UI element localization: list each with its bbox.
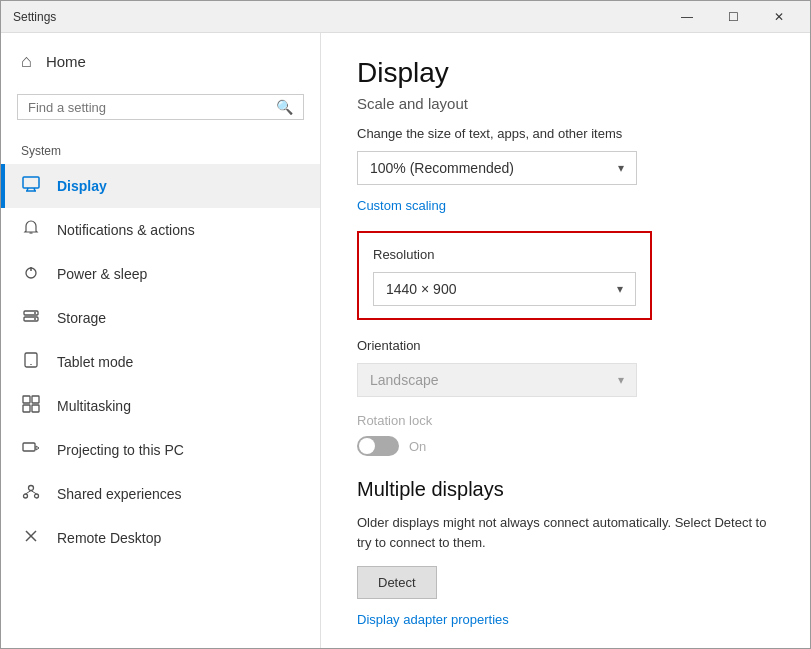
home-nav-item[interactable]: ⌂ Home: [1, 33, 320, 90]
sidebar-notifications-label: Notifications & actions: [57, 222, 195, 238]
sidebar-item-shared[interactable]: Shared experiences: [1, 472, 320, 516]
svg-point-9: [34, 312, 36, 314]
svg-rect-13: [23, 396, 30, 403]
svg-line-21: [26, 491, 32, 495]
orientation-label: Orientation: [357, 338, 774, 353]
multitasking-icon: [21, 395, 41, 417]
sidebar-item-storage[interactable]: Storage: [1, 296, 320, 340]
sidebar-item-projecting[interactable]: Projecting to this PC: [1, 428, 320, 472]
resolution-label: Resolution: [373, 247, 636, 262]
search-input[interactable]: [28, 100, 276, 115]
orientation-arrow: ▾: [618, 373, 624, 387]
sidebar-power-label: Power & sleep: [57, 266, 147, 282]
svg-rect-17: [23, 443, 35, 451]
sidebar: ⌂ Home 🔍 System Display: [1, 33, 321, 648]
shared-icon: [21, 483, 41, 505]
close-button[interactable]: ✕: [756, 1, 802, 33]
tablet-icon: [21, 351, 41, 373]
sidebar-item-notifications[interactable]: Notifications & actions: [1, 208, 320, 252]
svg-point-10: [34, 318, 36, 320]
svg-point-19: [24, 494, 28, 498]
sidebar-item-multitasking[interactable]: Multitasking: [1, 384, 320, 428]
titlebar: Settings — ☐ ✕: [1, 1, 810, 33]
sidebar-shared-label: Shared experiences: [57, 486, 182, 502]
rotation-lock-row: On: [357, 436, 774, 456]
home-label: Home: [46, 53, 86, 70]
toggle-knob: [359, 438, 375, 454]
power-icon: [21, 263, 41, 285]
display-adapter-link[interactable]: Display adapter properties: [357, 612, 509, 627]
svg-line-22: [31, 491, 37, 495]
sidebar-item-power[interactable]: Power & sleep: [1, 252, 320, 296]
scale-dropdown-arrow: ▾: [618, 161, 624, 175]
page-title: Display: [357, 57, 774, 89]
sidebar-tablet-label: Tablet mode: [57, 354, 133, 370]
resolution-value: 1440 × 900: [386, 281, 456, 297]
settings-window: Settings — ☐ ✕ ⌂ Home 🔍 System: [0, 0, 811, 649]
main-content: ⌂ Home 🔍 System Display: [1, 33, 810, 648]
sidebar-remote-label: Remote Desktop: [57, 530, 161, 546]
sidebar-projecting-label: Projecting to this PC: [57, 442, 184, 458]
svg-rect-0: [23, 177, 39, 188]
scale-section-heading: Scale and layout: [357, 95, 774, 112]
search-box[interactable]: 🔍: [17, 94, 304, 120]
remote-icon: [21, 527, 41, 549]
resolution-box: Resolution 1440 × 900 ▾: [357, 231, 652, 320]
window-controls: — ☐ ✕: [664, 1, 802, 33]
sidebar-item-tablet[interactable]: Tablet mode: [1, 340, 320, 384]
maximize-button[interactable]: ☐: [710, 1, 756, 33]
rotation-lock-label: Rotation lock: [357, 413, 774, 428]
scale-description: Change the size of text, apps, and other…: [357, 126, 774, 141]
orientation-value: Landscape: [370, 372, 439, 388]
content-area: Display Scale and layout Change the size…: [321, 33, 810, 648]
storage-icon: [21, 307, 41, 329]
toggle-on-label: On: [409, 439, 426, 454]
scale-dropdown[interactable]: 100% (Recommended) ▾: [357, 151, 637, 185]
resolution-dropdown[interactable]: 1440 × 900 ▾: [373, 272, 636, 306]
home-icon: ⌂: [21, 51, 32, 72]
custom-scaling-link[interactable]: Custom scaling: [357, 198, 446, 213]
display-icon: [21, 175, 41, 197]
minimize-button[interactable]: —: [664, 1, 710, 33]
window-title: Settings: [13, 10, 56, 24]
sidebar-storage-label: Storage: [57, 310, 106, 326]
multiple-displays-description: Older displays might not always connect …: [357, 513, 774, 552]
notifications-icon: [21, 219, 41, 241]
svg-rect-15: [23, 405, 30, 412]
multiple-displays-title: Multiple displays: [357, 478, 774, 501]
orientation-dropdown: Landscape ▾: [357, 363, 637, 397]
sidebar-item-remote[interactable]: Remote Desktop: [1, 516, 320, 560]
search-icon: 🔍: [276, 99, 293, 115]
rotation-lock-toggle[interactable]: [357, 436, 399, 456]
svg-rect-16: [32, 405, 39, 412]
svg-rect-14: [32, 396, 39, 403]
svg-point-20: [35, 494, 39, 498]
projecting-icon: [21, 439, 41, 461]
svg-point-18: [29, 486, 34, 491]
sidebar-item-display[interactable]: Display: [1, 164, 320, 208]
sidebar-section: System: [1, 136, 320, 164]
resolution-dropdown-arrow: ▾: [617, 282, 623, 296]
detect-button[interactable]: Detect: [357, 566, 437, 599]
sidebar-display-label: Display: [57, 178, 107, 194]
scale-value: 100% (Recommended): [370, 160, 514, 176]
sidebar-multitasking-label: Multitasking: [57, 398, 131, 414]
